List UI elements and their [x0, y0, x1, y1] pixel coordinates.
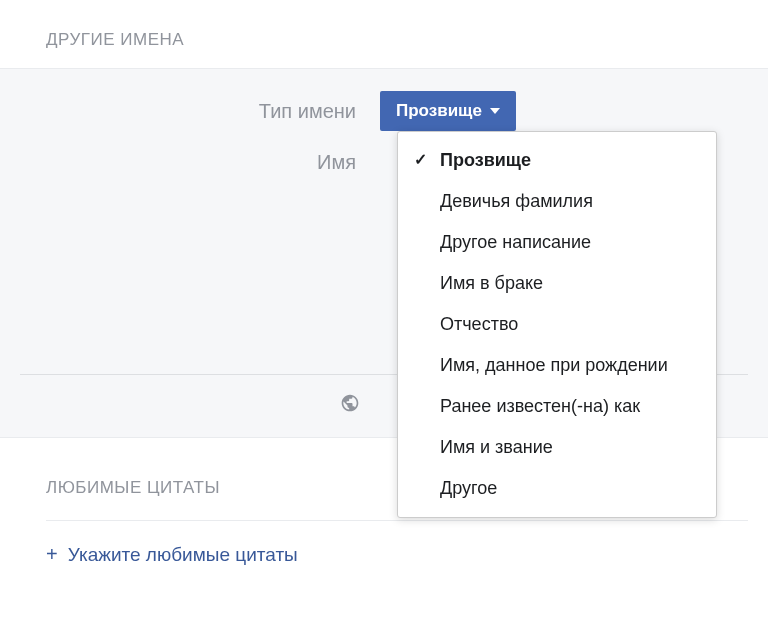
dropdown-selected-label: Прозвище: [396, 101, 482, 121]
dropdown-item-maiden-name[interactable]: Девичья фамилия: [398, 181, 716, 222]
name-label: Имя: [0, 151, 380, 174]
dropdown-item-fathers-name[interactable]: Отчество: [398, 304, 716, 345]
name-type-dropdown-menu: Прозвище Девичья фамилия Другое написани…: [397, 131, 717, 518]
name-type-label: Тип имени: [0, 100, 380, 123]
caret-down-icon: [490, 108, 500, 114]
other-names-header: ДРУГИЕ ИМЕНА: [0, 0, 768, 68]
dropdown-item-married-name[interactable]: Имя в браке: [398, 263, 716, 304]
dropdown-item-birth-name[interactable]: Имя, данное при рождении: [398, 345, 716, 386]
add-quote-link[interactable]: + Укажите любимые цитаты: [46, 521, 298, 588]
dropdown-item-other[interactable]: Другое: [398, 468, 716, 509]
dropdown-item-name-with-title[interactable]: Имя и звание: [398, 427, 716, 468]
add-quote-label: Укажите любимые цитаты: [68, 544, 298, 566]
name-type-row: Тип имени Прозвище: [0, 91, 768, 131]
dropdown-item-alternate-spelling[interactable]: Другое написание: [398, 222, 716, 263]
name-type-dropdown-button[interactable]: Прозвище: [380, 91, 516, 131]
globe-icon[interactable]: [340, 393, 360, 418]
dropdown-item-former-name[interactable]: Ранее известен(-на) как: [398, 386, 716, 427]
dropdown-item-nickname[interactable]: Прозвище: [398, 140, 716, 181]
other-names-form-panel: Тип имени Прозвище Имя Прозвище Девичья …: [0, 68, 768, 438]
plus-icon: +: [46, 543, 58, 566]
